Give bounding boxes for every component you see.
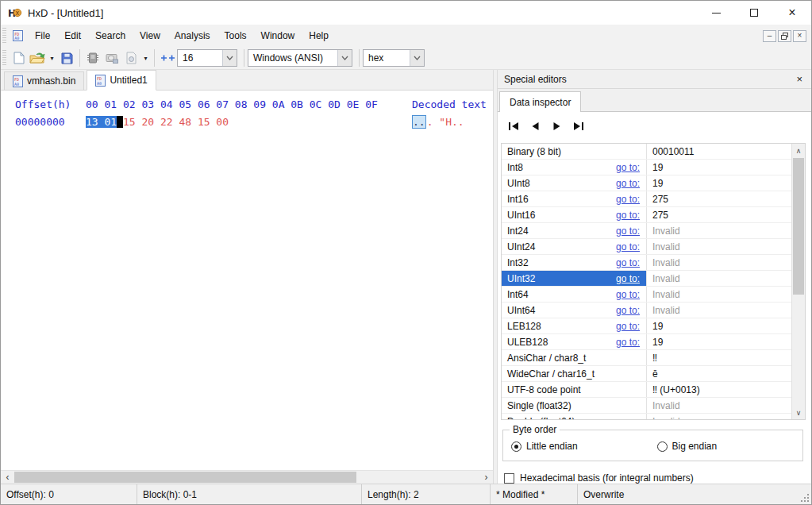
- radio-icon[interactable]: [657, 441, 668, 452]
- goto-link[interactable]: go to:: [616, 321, 640, 332]
- type-cell[interactable]: LEB128go to:: [502, 318, 646, 333]
- goto-link[interactable]: go to:: [616, 226, 640, 237]
- scroll-down-icon[interactable]: ∨: [792, 406, 805, 419]
- inspector-row[interactable]: UInt64go to:Invalid: [502, 303, 791, 318]
- goto-link[interactable]: go to:: [616, 162, 640, 173]
- menu-item-file[interactable]: File: [28, 26, 57, 45]
- close-button[interactable]: ×: [773, 1, 811, 25]
- type-cell[interactable]: Binary (8 bit): [502, 144, 646, 159]
- menu-item-window[interactable]: Window: [254, 26, 302, 45]
- open-dropdown-button[interactable]: ▾: [47, 48, 57, 67]
- minimize-button[interactable]: [697, 1, 735, 25]
- inspector-row[interactable]: UInt8go to:19: [502, 175, 791, 191]
- inspector-row[interactable]: UInt16go to:275: [502, 207, 791, 223]
- goto-link[interactable]: go to:: [616, 210, 640, 221]
- type-cell[interactable]: UTF-8 code point: [502, 382, 646, 397]
- type-cell[interactable]: Int16go to:: [502, 191, 646, 206]
- nav-first-button[interactable]: [504, 118, 523, 136]
- type-cell[interactable]: UInt24go to:: [502, 239, 646, 254]
- vertical-scrollbar-thumb[interactable]: [793, 158, 804, 295]
- radio-option-big-endian[interactable]: Big endian: [657, 441, 803, 452]
- panel-close-button[interactable]: ×: [794, 73, 805, 85]
- type-cell[interactable]: Single (float32): [502, 398, 646, 413]
- nav-last-button[interactable]: [568, 118, 587, 136]
- hex-basis-checkbox[interactable]: [504, 473, 514, 484]
- maximize-button[interactable]: [735, 1, 773, 25]
- inspector-row[interactable]: Int32go to:Invalid: [502, 255, 791, 271]
- type-cell[interactable]: Int8go to:: [502, 160, 646, 175]
- decoded-selection[interactable]: ..: [412, 115, 426, 129]
- menu-gripper[interactable]: [2, 28, 6, 44]
- menu-item-edit[interactable]: Edit: [57, 26, 88, 45]
- menu-item-view[interactable]: View: [133, 26, 167, 45]
- inspector-row[interactable]: ULEB128go to:19: [502, 334, 791, 350]
- goto-link[interactable]: go to:: [616, 257, 640, 268]
- scroll-right-icon[interactable]: ›: [479, 471, 493, 484]
- inspector-row[interactable]: UInt32go to:Invalid: [502, 271, 791, 287]
- document-icon[interactable]: FDA0: [12, 29, 25, 42]
- inspector-row[interactable]: Int8go to:19: [502, 160, 791, 175]
- save-button[interactable]: [57, 48, 76, 67]
- inspector-row[interactable]: UTF-8 code point‼ (U+0013): [502, 382, 791, 398]
- type-cell[interactable]: ULEB128go to:: [502, 334, 646, 349]
- inspector-row[interactable]: Int64go to:Invalid: [502, 287, 791, 303]
- goto-link[interactable]: go to:: [616, 337, 640, 348]
- goto-link[interactable]: go to:: [616, 305, 640, 316]
- offset-base-select[interactable]: hex: [363, 49, 425, 67]
- nav-next-button[interactable]: [547, 118, 566, 136]
- inspector-row[interactable]: AnsiChar / char8_t‼: [502, 350, 791, 366]
- menu-item-analysis[interactable]: Analysis: [167, 26, 217, 45]
- decoded-text-cell[interactable]: ... "H..: [412, 115, 464, 129]
- inspector-row[interactable]: WideChar / char16_tē: [502, 366, 791, 382]
- encoding-select[interactable]: Windows (ANSI): [248, 49, 352, 67]
- goto-link[interactable]: go to:: [616, 289, 640, 300]
- type-cell[interactable]: WideChar / char16_t: [502, 366, 646, 381]
- inspector-row[interactable]: Int24go to:Invalid: [502, 223, 791, 239]
- goto-link[interactable]: go to:: [616, 241, 640, 252]
- inspector-row[interactable]: Single (float32)Invalid: [502, 398, 791, 414]
- bytes-per-row-button[interactable]: [158, 48, 177, 67]
- type-cell[interactable]: UInt8go to:: [502, 175, 646, 191]
- type-cell[interactable]: UInt32go to:: [502, 271, 646, 286]
- nav-previous-button[interactable]: [525, 118, 545, 136]
- type-cell[interactable]: UInt16go to:: [502, 207, 646, 222]
- type-cell[interactable]: Int64go to:: [502, 287, 646, 302]
- tab-untitled1[interactable]: FDA0Untitled1: [87, 70, 156, 91]
- inspector-row[interactable]: Int16go to:275: [502, 191, 791, 207]
- bytes-per-row-select[interactable]: 16: [177, 49, 237, 67]
- open-disk-image-button[interactable]: [121, 48, 140, 67]
- inspector-row[interactable]: LEB128go to:19: [502, 318, 791, 334]
- decoded-rest[interactable]: . "H..: [427, 116, 464, 128]
- type-cell[interactable]: Int32go to:: [502, 255, 646, 270]
- menu-item-help[interactable]: Help: [302, 26, 336, 45]
- inspector-row[interactable]: Binary (8 bit)00010011: [502, 144, 791, 160]
- open-ram-button[interactable]: [83, 48, 102, 67]
- resize-grip[interactable]: [800, 493, 810, 503]
- type-cell[interactable]: Double (float64): [502, 414, 646, 419]
- radio-icon[interactable]: [511, 441, 521, 452]
- menu-item-search[interactable]: Search: [88, 26, 133, 45]
- goto-link[interactable]: go to:: [616, 273, 640, 284]
- radio-option-little-endian[interactable]: Little endian: [511, 441, 657, 452]
- scroll-up-icon[interactable]: ∧: [792, 144, 805, 157]
- hex-bytes-cell[interactable]: 13 01 15 20 22 48 15 00: [86, 115, 389, 129]
- goto-link[interactable]: go to:: [616, 178, 640, 189]
- mdi-restore-button[interactable]: [778, 30, 791, 42]
- horizontal-scrollbar[interactable]: ‹ ›: [1, 470, 493, 484]
- tab-data-inspector[interactable]: Data inspector: [499, 91, 581, 112]
- inspector-row[interactable]: Double (float64)Invalid: [502, 414, 791, 419]
- mdi-minimize-button[interactable]: –: [763, 30, 776, 42]
- scroll-left-icon[interactable]: ‹: [1, 471, 14, 484]
- open-disk-button[interactable]: [102, 48, 121, 67]
- vertical-scrollbar[interactable]: ∧ ∨: [791, 144, 805, 419]
- mdi-close-button[interactable]: ×: [793, 30, 806, 42]
- menu-item-tools[interactable]: Tools: [217, 26, 254, 45]
- horizontal-scrollbar-thumb[interactable]: [14, 472, 356, 483]
- type-cell[interactable]: Int24go to:: [502, 223, 646, 238]
- hex-selected-bytes[interactable]: 13 01: [86, 116, 117, 128]
- disk-image-dropdown-button[interactable]: ▾: [140, 48, 151, 67]
- type-cell[interactable]: AnsiChar / char8_t: [502, 350, 646, 365]
- inspector-row[interactable]: UInt24go to:Invalid: [502, 239, 791, 255]
- toolbar-gripper[interactable]: [2, 50, 6, 66]
- tab-vmhash.bin[interactable]: FDA0vmhash.bin: [4, 71, 84, 90]
